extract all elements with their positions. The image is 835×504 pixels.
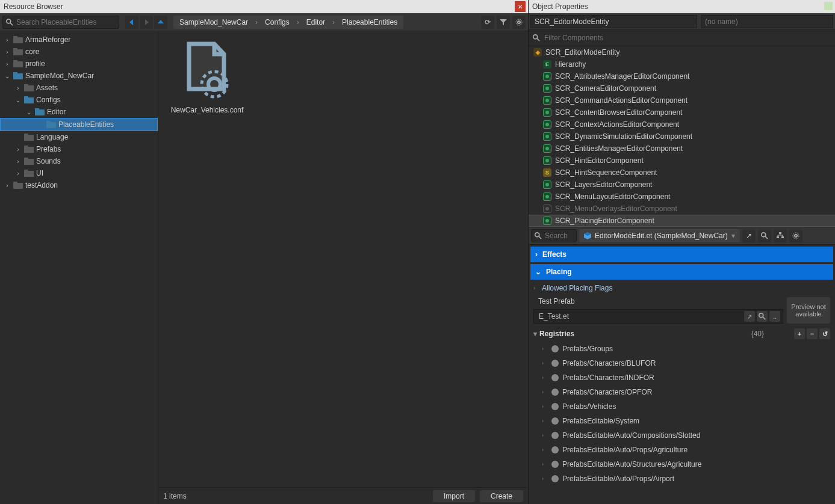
component-item[interactable]: SCR_CameraEditorComponent: [529, 82, 835, 94]
browse-search-icon[interactable]: [757, 311, 768, 322]
nav-back-button[interactable]: [125, 16, 138, 29]
breadcrumb-item[interactable]: SampleMod_NewCar: [173, 16, 254, 29]
registry-item[interactable]: ›PrefabsEditable/Auto/Structures/Agricul…: [529, 457, 835, 472]
add-registry-button[interactable]: +: [794, 328, 805, 339]
tree-item[interactable]: ›testAddon: [0, 179, 158, 191]
registry-item[interactable]: ›Prefabs/Characters/INDFOR: [529, 370, 835, 385]
tree-item[interactable]: ›Assets: [0, 82, 158, 94]
component-tree[interactable]: ◈SCR_EditorModeEntityEHierarchySCR_Attri…: [529, 46, 835, 227]
expand-toggle-icon[interactable]: ›: [14, 85, 22, 91]
tree-item[interactable]: ⌄Configs: [0, 94, 158, 106]
component-item[interactable]: SCR_LayersEditorComponent: [529, 179, 835, 191]
component-item[interactable]: SCR_MenuOverlaysEditorComponent: [529, 203, 835, 215]
property-search-wrap[interactable]: [531, 229, 577, 242]
hierarchy-button[interactable]: [774, 229, 787, 242]
tree-item[interactable]: ›Sounds: [0, 155, 158, 167]
section-effects[interactable]: › Effects: [530, 247, 833, 262]
close-icon[interactable]: ✕: [515, 1, 526, 12]
create-button[interactable]: Create: [480, 490, 523, 502]
registry-item[interactable]: ›Prefabs/Vehicles: [529, 399, 835, 414]
component-item[interactable]: SCR_ContentBrowserEditorComponent: [529, 106, 835, 118]
tree-item[interactable]: ›Prefabs: [0, 143, 158, 155]
expand-toggle-icon[interactable]: ⌄: [4, 73, 11, 79]
open-external-icon[interactable]: ↗: [744, 311, 755, 322]
more-button[interactable]: ..: [769, 311, 780, 322]
nav-forward-button[interactable]: [140, 16, 153, 29]
svg-point-34: [535, 233, 539, 237]
filter-button[interactable]: [497, 16, 510, 29]
property-settings-button[interactable]: [789, 229, 802, 242]
component-item[interactable]: SCR_HintEditorComponent: [529, 155, 835, 167]
tree-item[interactable]: ›core: [0, 46, 158, 58]
component-item[interactable]: EHierarchy: [529, 58, 835, 70]
expand-toggle-icon[interactable]: ›: [4, 182, 11, 189]
expand-toggle-icon[interactable]: ›: [4, 37, 11, 43]
registry-label: PrefabsEditable/Auto/Compositions/Slotte…: [562, 431, 700, 440]
config-file-item[interactable]: NewCar_Vehicles.conf: [168, 41, 246, 114]
expand-toggle-icon[interactable]: ⌄: [25, 109, 33, 115]
tree-item[interactable]: ›ArmaReforger: [0, 34, 158, 46]
component-item[interactable]: ◈SCR_EditorModeEntity: [529, 46, 835, 58]
expand-toggle-icon[interactable]: ›: [14, 158, 22, 165]
breadcrumb-item[interactable]: PlaceableEntities: [336, 16, 403, 29]
registry-item[interactable]: ›PrefabsEditable/System: [529, 414, 835, 428]
et-file-crumb[interactable]: EditorModeEdit.et (SampleMod_NewCar) ▾: [579, 229, 740, 242]
component-filter-input[interactable]: [541, 34, 831, 42]
section-placing[interactable]: ⌄ Placing: [530, 264, 833, 280]
tree-item-label: core: [25, 48, 39, 56]
refresh-button[interactable]: ⟳: [481, 16, 494, 29]
registry-item[interactable]: ›Prefabs/Characters/BLUFOR: [529, 356, 835, 370]
folder-tree[interactable]: ›ArmaReforger›core›profile⌄SampleMod_New…: [0, 31, 158, 504]
property-search-input[interactable]: [542, 232, 574, 240]
find-button[interactable]: [758, 229, 771, 242]
expand-toggle-icon[interactable]: ›: [14, 170, 22, 177]
component-type-icon: [543, 132, 551, 141]
import-button[interactable]: Import: [433, 490, 475, 502]
settings-button[interactable]: [512, 16, 526, 29]
registry-item[interactable]: ›PrefabsEditable/Auto/Props/Agriculture: [529, 443, 835, 457]
tree-item[interactable]: ›UI: [0, 167, 158, 179]
expand-toggle-icon[interactable]: ›: [14, 146, 22, 153]
entity-name-field[interactable]: (no name): [701, 15, 833, 28]
tree-item[interactable]: ›profile: [0, 58, 158, 70]
registries-count: {40}: [751, 330, 764, 338]
component-filter-wrap[interactable]: [529, 30, 835, 46]
svg-rect-19: [46, 121, 51, 123]
search-input-wrap[interactable]: [2, 16, 119, 29]
registry-label: Prefabs/Characters/OPFOR: [562, 388, 652, 396]
component-item[interactable]: SCR_MenuLayoutEditorComponent: [529, 191, 835, 203]
breadcrumb-item[interactable]: Configs: [259, 16, 296, 29]
nav-up-button[interactable]: [154, 16, 167, 29]
registry-item[interactable]: ›PrefabsEditable/Auto/Compositions/Slott…: [529, 428, 835, 443]
component-item[interactable]: SSCR_HintSequenceComponent: [529, 167, 835, 179]
registry-item[interactable]: ›Prefabs/Groups: [529, 342, 835, 356]
entity-class-field[interactable]: SCR_EditorModeEntity: [530, 15, 697, 28]
expand-toggle-icon[interactable]: ⌄: [14, 97, 22, 103]
allowed-placing-flags-row[interactable]: › Allowed Placing Flags: [529, 281, 835, 295]
component-item[interactable]: SCR_EntitiesManagerEditorComponent: [529, 143, 835, 155]
tree-item[interactable]: ⌄Editor: [0, 106, 158, 118]
component-item[interactable]: SCR_ContextActionsEditorComponent: [529, 118, 835, 131]
registries-header[interactable]: ▾ Registries {40} + − ↺: [529, 326, 835, 342]
open-external-button[interactable]: ↗: [742, 229, 756, 242]
test-prefab-input[interactable]: E_Test.et: [536, 311, 744, 322]
gear-icon: [792, 232, 799, 239]
search-input[interactable]: [14, 18, 116, 26]
component-label: SCR_EditorModeEntity: [545, 48, 619, 57]
component-item[interactable]: SCR_CommandActionsEditorComponent: [529, 94, 835, 106]
expand-toggle-icon[interactable]: ›: [4, 61, 11, 67]
breadcrumb-item[interactable]: Editor: [300, 16, 331, 29]
registry-ball-icon: [551, 461, 559, 468]
tree-item[interactable]: PlaceableEntities: [0, 118, 158, 131]
remove-registry-button[interactable]: −: [807, 328, 818, 339]
registry-item[interactable]: ›Prefabs/Characters/OPFOR: [529, 385, 835, 399]
component-item[interactable]: SCR_DynamicSimulationEditorComponent: [529, 131, 835, 143]
registry-item[interactable]: ›PrefabsEditable/Auto/Props/Airport: [529, 472, 835, 486]
reset-registries-button[interactable]: ↺: [819, 328, 830, 339]
component-item[interactable]: SCR_AttributesManagerEditorComponent: [529, 70, 835, 82]
file-grid[interactable]: NewCar_Vehicles.conf: [158, 31, 528, 487]
tree-item[interactable]: Language: [0, 131, 158, 143]
expand-toggle-icon[interactable]: ›: [4, 49, 11, 55]
tree-item[interactable]: ⌄SampleMod_NewCar: [0, 70, 158, 82]
component-item[interactable]: SCR_PlacingEditorComponent: [529, 215, 835, 227]
